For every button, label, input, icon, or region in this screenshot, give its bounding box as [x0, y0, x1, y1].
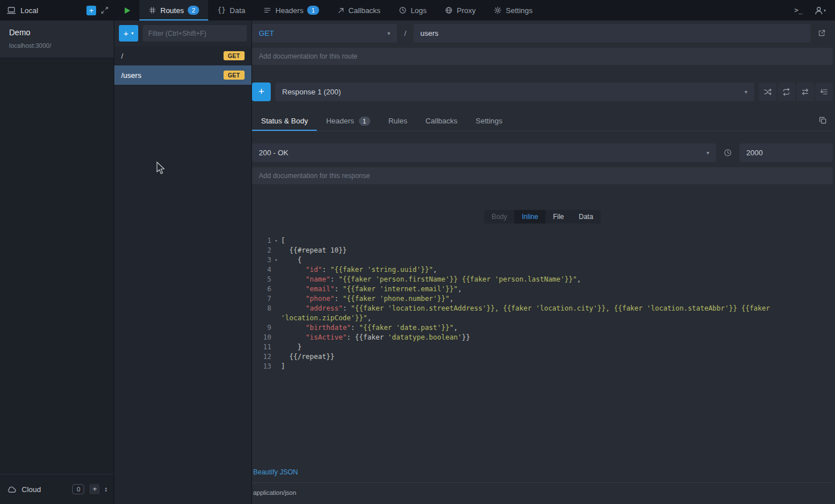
- code-line[interactable]: 10 "isActive": {{faker 'datatype.boolean…: [252, 333, 833, 342]
- environments-sidebar: Demo localhost:3000/ Cloud 0 + ▴▾: [0, 20, 114, 504]
- code-line[interactable]: 12 {{/repeat}}: [252, 352, 833, 362]
- play-icon: [123, 6, 131, 15]
- status-row: 200 - OK ▾: [252, 143, 833, 162]
- tab-callbacks[interactable]: Callbacks: [328, 0, 390, 20]
- tab-routes[interactable]: Routes 2: [139, 0, 208, 20]
- code-line[interactable]: 6 "email": "{{faker 'internet.email'}}",: [252, 284, 833, 294]
- response-headers-count-badge: 1: [359, 117, 370, 126]
- fold-chevron-icon[interactable]: ▾: [271, 236, 281, 246]
- response-documentation-input[interactable]: [252, 167, 833, 184]
- body-mode-file[interactable]: File: [545, 210, 571, 224]
- fold-spacer: [271, 265, 281, 275]
- route-documentation-input[interactable]: [252, 48, 833, 65]
- tab-rules[interactable]: Rules: [379, 111, 416, 131]
- body-mode-data[interactable]: Data: [572, 210, 601, 224]
- tab-routes-label: Routes: [160, 6, 184, 15]
- beautify-json-link[interactable]: Beautify JSON: [253, 468, 298, 476]
- method-select[interactable]: GET ▾: [252, 24, 397, 43]
- chevron-down-icon: ▾: [824, 8, 826, 13]
- code-line[interactable]: 13]: [252, 362, 833, 371]
- add-cloud-environment-button[interactable]: +: [89, 484, 100, 494]
- add-response-button[interactable]: +: [252, 82, 271, 101]
- chevron-down-icon: ▾: [739, 89, 747, 95]
- code-text: "phone": "{{faker 'phone.number'}}",: [281, 294, 833, 304]
- beautify-row: Beautify JSON: [252, 464, 833, 482]
- tab-data[interactable]: {} Data: [208, 0, 254, 20]
- line-number: 11: [252, 342, 271, 352]
- tab-headers[interactable]: Headers 1: [254, 0, 328, 20]
- open-route-in-browser-icon[interactable]: [811, 29, 833, 38]
- cloud-label: Cloud: [22, 485, 41, 494]
- fallback-mode-icon[interactable]: [815, 82, 833, 101]
- routes-filter-input[interactable]: [143, 25, 247, 42]
- tab-response-callbacks[interactable]: Callbacks: [416, 111, 466, 131]
- fold-chevron-icon[interactable]: ▾: [271, 255, 281, 265]
- latency-clock-icon[interactable]: [716, 148, 739, 157]
- tab-data-label: Data: [230, 6, 245, 15]
- code-line[interactable]: 3▾ {: [252, 255, 833, 265]
- line-number: 6: [252, 284, 271, 294]
- random-response-icon[interactable]: [759, 82, 776, 101]
- code-line[interactable]: 8 "address": "{{faker 'location.streetAd…: [252, 304, 833, 323]
- tab-logs[interactable]: Logs: [390, 0, 436, 20]
- line-number: 4: [252, 265, 271, 275]
- code-line[interactable]: 9 "birthdate": "{{faker 'date.past'}}",: [252, 323, 833, 333]
- line-number: 5: [252, 275, 271, 284]
- route-detail-panel: GET ▾ / + Response 1 (200) ▾: [252, 20, 835, 504]
- environment-item-demo[interactable]: Demo localhost:3000/: [0, 20, 114, 57]
- fold-spacer: [271, 246, 281, 255]
- line-number: 12: [252, 352, 271, 362]
- code-editor[interactable]: 1▾[2 {{#repeat 10}}3▾ {4 "id": "{{faker …: [252, 236, 833, 464]
- start-server-button[interactable]: [114, 0, 139, 20]
- line-number: 10: [252, 333, 271, 342]
- response-select[interactable]: Response 1 (200) ▾: [275, 82, 754, 101]
- topbar: Local + Routes 2 {} Data: [0, 0, 835, 20]
- account-menu-button[interactable]: ▾: [814, 6, 826, 15]
- local-menu-label[interactable]: Local: [20, 6, 38, 15]
- status-code-select[interactable]: 200 - OK ▾: [252, 143, 716, 162]
- tab-status-body[interactable]: Status & Body: [252, 111, 317, 131]
- code-text: "address": "{{faker 'location.streetAddr…: [281, 304, 833, 323]
- body-mode-inline[interactable]: Inline: [514, 210, 545, 224]
- chevron-down-icon: ▾: [701, 150, 709, 156]
- plus-icon: +: [123, 28, 129, 38]
- chevron-down-icon: ▾: [131, 31, 134, 36]
- code-line[interactable]: 5 "name": "{{faker 'person.firstName'}} …: [252, 275, 833, 284]
- line-number: 8: [252, 304, 271, 323]
- commands-terminal-icon[interactable]: >_: [795, 6, 803, 14]
- cloud-count-badge: 0: [72, 484, 84, 494]
- sequential-response-icon[interactable]: [778, 82, 795, 101]
- code-line[interactable]: 1▾[: [252, 236, 833, 246]
- code-line[interactable]: 11 }: [252, 342, 833, 352]
- toggle-environments-list-icon[interactable]: [101, 6, 109, 14]
- code-line[interactable]: 4 "id": "{{faker 'string.uuid'}}",: [252, 265, 833, 275]
- cloud-bar: Cloud 0 + ▴▾: [0, 474, 114, 504]
- add-route-button[interactable]: + ▾: [119, 25, 138, 42]
- status-code-value: 200 - OK: [259, 148, 288, 157]
- disable-rules-icon[interactable]: [796, 82, 814, 101]
- account-icon: [814, 6, 824, 15]
- route-item-root[interactable]: / GET: [114, 46, 251, 65]
- latency-input[interactable]: [739, 143, 833, 162]
- routes-count-badge: 2: [188, 6, 199, 15]
- tab-response-headers[interactable]: Headers 1: [317, 111, 379, 131]
- tab-response-settings[interactable]: Settings: [466, 111, 511, 131]
- copy-icon[interactable]: [819, 116, 833, 126]
- tab-settings[interactable]: Settings: [485, 0, 541, 20]
- route-item-users[interactable]: /users GET: [114, 65, 251, 85]
- route-path-input[interactable]: [414, 24, 811, 43]
- new-environment-button[interactable]: +: [86, 6, 96, 15]
- code-line[interactable]: 7 "phone": "{{faker 'phone.number'}}",: [252, 294, 833, 304]
- tab-logs-label: Logs: [411, 6, 427, 15]
- fold-spacer: [271, 342, 281, 352]
- braces-icon: {}: [217, 6, 225, 14]
- code-text: }: [281, 342, 833, 352]
- content-type-label: application/json: [252, 482, 833, 504]
- code-text: "id": "{{faker 'string.uuid'}}",: [281, 265, 833, 275]
- body-mode-body[interactable]: Body: [484, 210, 514, 224]
- collapse-expand-icon[interactable]: ▴▾: [105, 486, 107, 492]
- code-line[interactable]: 2 {{#repeat 10}}: [252, 246, 833, 255]
- tab-headers-label: Headers: [275, 6, 303, 15]
- tab-proxy[interactable]: Proxy: [436, 0, 485, 20]
- tab-response-callbacks-label: Callbacks: [425, 117, 457, 125]
